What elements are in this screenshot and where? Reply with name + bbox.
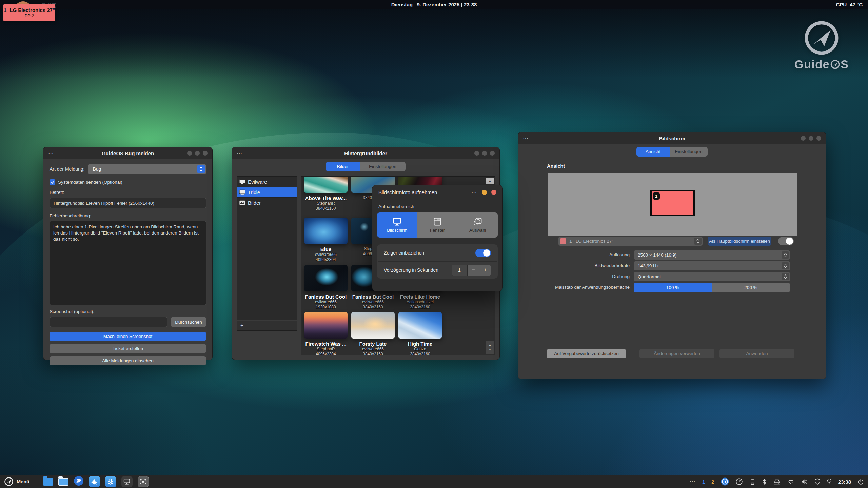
- window-menu-icon[interactable]: ⋯: [237, 150, 243, 157]
- close-button[interactable]: [203, 151, 208, 156]
- settings-flower-app-button[interactable]: [105, 476, 116, 487]
- refresh-rate-select[interactable]: 143,99 Hz: [634, 261, 790, 270]
- monitor-select[interactable]: 1 LG Electronics 27": [558, 237, 703, 246]
- wallpaper-window-titlebar[interactable]: ⋯ Hintergrundbilder: [232, 147, 499, 159]
- select-spinner-icon[interactable]: [197, 165, 205, 173]
- select-spinner-icon[interactable]: [782, 273, 789, 280]
- primary-monitor-toggle[interactable]: [778, 237, 794, 245]
- power-icon[interactable]: [857, 479, 864, 485]
- files-app-button[interactable]: [43, 478, 53, 486]
- sysdata-checkbox[interactable]: [50, 179, 55, 185]
- tray-clock[interactable]: 23:38: [838, 479, 851, 485]
- resolution-select[interactable]: 868 × 488 (16:9): [634, 250, 790, 260]
- wallpaper-card[interactable]: Above The Wav... StephanR 3840x2160: [304, 176, 348, 211]
- workspace-2-button[interactable]: 2: [711, 479, 714, 485]
- wallpaper-card[interactable]: Fanless But Cool evilware666 1920x1080: [304, 265, 348, 310]
- report-type-select[interactable]: Bug: [88, 164, 206, 174]
- tab-einstellungen[interactable]: Einstellungen: [670, 147, 708, 157]
- source-item-bilder[interactable]: Bilder: [237, 198, 297, 208]
- description-textarea[interactable]: Ich habe einen 1-Pixel langen Streifen o…: [50, 221, 206, 305]
- system-monitor-icon[interactable]: [735, 478, 743, 485]
- mode-window[interactable]: Fenster: [417, 212, 458, 238]
- select-spinner-icon[interactable]: [782, 251, 789, 259]
- tab-bilder[interactable]: Bilder: [326, 162, 360, 171]
- screenshot-dialog-titlebar[interactable]: Bildschirmfoto aufnehmen ⋯: [372, 185, 502, 199]
- wallpaper-card[interactable]: High Time Gonzo 3840x2160: [398, 312, 442, 355]
- sysdata-label[interactable]: Systemdaten senden (Optional): [58, 180, 122, 185]
- scroll-spinner[interactable]: ▲▼: [486, 341, 494, 354]
- mode-selection[interactable]: Auswahl: [457, 212, 498, 238]
- monitor-preview-rect[interactable]: 1: [650, 190, 695, 216]
- clock-date[interactable]: Dienstag 9. Dezember 2025 | 23:38: [0, 0, 868, 9]
- wifi-icon[interactable]: [787, 479, 794, 485]
- screenshot-app-button[interactable]: [138, 476, 149, 487]
- display-window-titlebar[interactable]: ⋯ Bildschirm: [518, 132, 826, 144]
- subject-input[interactable]: Hintergrundbild Eleven Ripoff Fehler (25…: [50, 198, 206, 208]
- maximize-button[interactable]: [482, 151, 487, 156]
- close-button[interactable]: [490, 151, 495, 156]
- set-primary-button[interactable]: Als Hauptbildschirm einstellen: [708, 237, 771, 246]
- wallpaper-thumbnail[interactable]: [304, 312, 348, 339]
- maximize-button[interactable]: [195, 151, 200, 156]
- bug-window-titlebar[interactable]: ⋯ GuideOS Bug melden: [43, 147, 212, 159]
- scale-200-option[interactable]: 200 %: [712, 283, 790, 292]
- scroll-up-button[interactable]: ▲: [486, 178, 494, 184]
- wallpaper-card[interactable]: Blue evilware666 4096x2304: [304, 218, 348, 262]
- minimize-button[interactable]: [482, 190, 487, 195]
- volume-icon[interactable]: [801, 479, 808, 485]
- rotation-select[interactable]: Querformat: [634, 272, 790, 281]
- reset-defaults-button[interactable]: Auf Vorgabewerte zurücksetzen: [547, 349, 626, 358]
- source-item-evilware[interactable]: Evilware: [237, 177, 297, 187]
- screenshot-path-input[interactable]: [50, 317, 167, 327]
- dialog-menu-icon[interactable]: ⋯: [471, 189, 477, 196]
- file-manager-app-button[interactable]: [58, 478, 68, 486]
- workspace-1-button[interactable]: 1: [702, 479, 705, 485]
- delay-increase-button[interactable]: +: [479, 265, 491, 276]
- create-ticket-button[interactable]: Ticket erstellen: [50, 344, 206, 353]
- bug-report-app-button[interactable]: [89, 476, 100, 487]
- wallpaper-card[interactable]: Forsty Late evilware666 3840x2160: [351, 312, 395, 355]
- delay-value[interactable]: 1: [452, 265, 467, 276]
- view-reports-button[interactable]: Alle Meldungen einsehen: [50, 356, 206, 365]
- close-button[interactable]: [816, 136, 821, 141]
- close-button[interactable]: [491, 190, 496, 195]
- menu-button[interactable]: Menü: [4, 477, 29, 486]
- wallpaper-card[interactable]: Firewatch Was ... StephanR 4096x2304: [304, 312, 348, 355]
- window-menu-icon[interactable]: ⋯: [523, 135, 529, 142]
- mode-screen[interactable]: Bildschirm: [377, 212, 417, 238]
- shield-icon[interactable]: [814, 478, 821, 485]
- bluetooth-icon[interactable]: [762, 478, 767, 485]
- apply-button[interactable]: Anwenden: [719, 349, 794, 358]
- display-settings-app-button[interactable]: [121, 476, 133, 487]
- select-spinner-icon[interactable]: [694, 238, 702, 245]
- trash-icon[interactable]: [749, 478, 756, 485]
- delay-decrease-button[interactable]: −: [468, 265, 479, 276]
- report-type-label: Art der Meldung:: [50, 166, 85, 172]
- tray-overflow-button[interactable]: •••: [690, 480, 696, 484]
- tab-einstellungen[interactable]: Einstellungen: [360, 162, 406, 171]
- minimize-button[interactable]: [801, 136, 806, 141]
- wallpaper-thumbnail[interactable]: [304, 218, 348, 244]
- select-spinner-icon[interactable]: [782, 262, 789, 269]
- wallpaper-thumbnail[interactable]: [304, 176, 348, 193]
- include-pointer-toggle[interactable]: [475, 249, 491, 257]
- disk-drive-icon[interactable]: [773, 479, 781, 485]
- source-item-trixie[interactable]: Trixie: [237, 187, 297, 198]
- add-source-button[interactable]: +: [240, 323, 243, 329]
- tab-ansicht[interactable]: Ansicht: [636, 147, 670, 157]
- browse-button[interactable]: Durchsuchen: [171, 317, 206, 327]
- remove-source-button[interactable]: —: [252, 323, 257, 328]
- wallpaper-thumbnail[interactable]: [351, 312, 395, 339]
- guideos-tray-icon[interactable]: [721, 477, 729, 486]
- take-screenshot-button[interactable]: Mach' einen Screenshot: [50, 332, 206, 341]
- scale-100-option[interactable]: 100 %: [634, 283, 712, 292]
- lightbulb-icon[interactable]: [827, 478, 832, 485]
- wallpaper-thumbnail[interactable]: [304, 265, 348, 291]
- thunderbird-app-button[interactable]: [74, 476, 84, 487]
- discard-changes-button[interactable]: Änderungen verwerfen: [639, 349, 714, 358]
- window-menu-icon[interactable]: ⋯: [48, 150, 54, 157]
- maximize-button[interactable]: [809, 136, 813, 141]
- minimize-button[interactable]: [187, 151, 192, 156]
- wallpaper-thumbnail[interactable]: [398, 312, 442, 339]
- minimize-button[interactable]: [474, 151, 479, 156]
